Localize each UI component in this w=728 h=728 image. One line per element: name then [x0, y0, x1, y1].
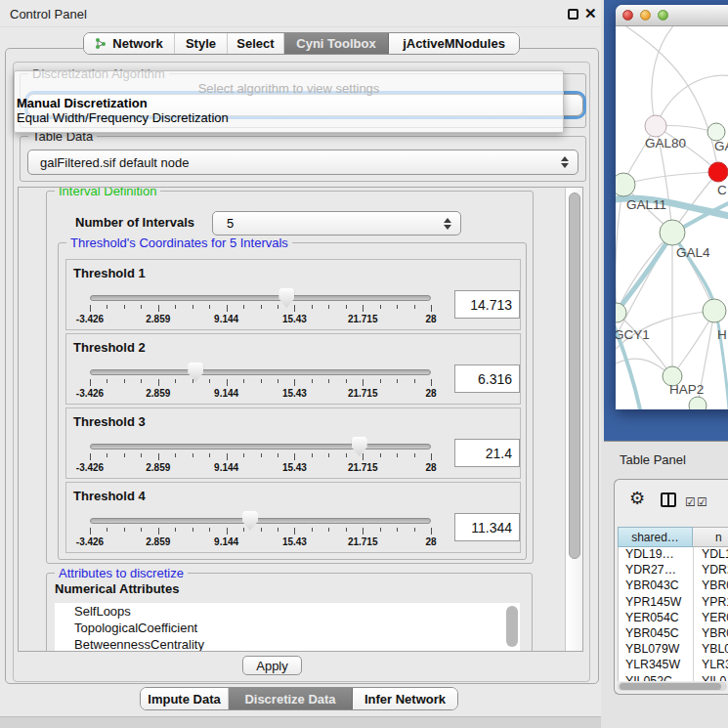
tick-mark [175, 453, 176, 457]
node-gal4[interactable] [660, 220, 685, 245]
tick-mark [227, 453, 228, 460]
gear-icon[interactable]: ⚙ [629, 488, 645, 509]
cell-shared-name[interactable]: YBR043C [619, 578, 694, 594]
node-gal11[interactable] [616, 173, 635, 196]
tab-cyni-toolbox[interactable]: Cyni Toolbox [284, 33, 389, 54]
column-header-name[interactable]: n [693, 527, 728, 547]
table-row[interactable]: YBR043CYBR0 [619, 578, 728, 594]
cell-name[interactable]: YDL1 [694, 547, 728, 563]
tick-mark [278, 453, 278, 457]
table-row[interactable]: YLR345WYLR3 [619, 658, 728, 673]
cell-shared-name[interactable]: YDR27… [619, 563, 694, 578]
table-row[interactable]: YBR045CYBR0 [619, 626, 728, 642]
vertical-scrollbar-thumb[interactable] [569, 193, 580, 559]
table-row[interactable]: YBL079WYBL0 [619, 642, 728, 658]
cell-name[interactable]: YBL0 [694, 642, 728, 658]
node-gal80[interactable] [645, 115, 666, 137]
list-item-topologicalcoefficient[interactable]: TopologicalCoefficient [55, 620, 520, 636]
numerical-attributes-label: Numerical Attributes [55, 581, 179, 596]
split-view-icon[interactable] [661, 492, 676, 507]
cell-shared-name[interactable]: YDL19… [619, 547, 694, 563]
cell-name[interactable]: YLR3 [694, 658, 728, 673]
tick-label: -3.426 [76, 388, 104, 399]
cell-shared-name[interactable]: YIL052C [619, 674, 694, 682]
tick-mark [107, 379, 107, 383]
cell-shared-name[interactable]: YBL079W [619, 642, 694, 658]
network-view-window[interactable]: GAL80 GA C GAL11 GAL4 GCY1 H HAP2 [616, 5, 728, 409]
threshold-1-value-field[interactable]: 14.713 [454, 290, 520, 319]
node-h[interactable] [703, 299, 726, 322]
slider-track[interactable] [90, 444, 431, 450]
tick-mark [261, 379, 262, 383]
node-highlighted-red[interactable] [708, 162, 728, 182]
network-canvas[interactable]: GAL80 GA C GAL11 GAL4 GCY1 H HAP2 [616, 26, 728, 409]
zoom-traffic-light-icon[interactable] [658, 10, 668, 21]
cell-shared-name[interactable]: YPR145W [619, 595, 694, 611]
cell-name[interactable]: YER0 [694, 611, 728, 626]
float-window-icon[interactable] [568, 9, 578, 20]
list-item-betweennesscentrality[interactable]: BetweennessCentrality [55, 636, 520, 652]
cell-name[interactable]: YDR2 [694, 563, 728, 578]
cell-name[interactable]: YPR1 [694, 595, 728, 611]
threshold-4-slider[interactable]: -3.4262.8599.14415.4321.71528 [90, 518, 431, 551]
table-row[interactable]: YIL052CYIL0 [619, 674, 728, 682]
tab-discretize-data[interactable]: Discretize Data [229, 688, 353, 709]
tab-impute-data[interactable]: Impute Data [141, 688, 229, 709]
tick-mark [380, 379, 381, 383]
cell-name[interactable]: YBR0 [694, 626, 728, 642]
checkbox-icon[interactable]: ☑ [697, 495, 707, 509]
apply-button[interactable]: Apply [242, 656, 302, 675]
cell-shared-name[interactable]: YER054C [619, 611, 694, 626]
tab-network[interactable]: Network [84, 33, 175, 54]
tab-select[interactable]: Select [228, 33, 284, 54]
dropdown-item-equal-width[interactable]: Equal Width/Frequency Discretization [15, 110, 563, 125]
cell-shared-name[interactable]: YBR045C [619, 626, 694, 642]
tick-label: 28 [425, 314, 436, 324]
table-data-combobox[interactable]: galFiltered.sif default node [27, 150, 578, 175]
tick-mark [431, 453, 432, 460]
table-row[interactable]: YDR27…YDR2 [619, 563, 728, 578]
close-icon[interactable]: ✕ [584, 5, 597, 22]
threshold-4-value-field[interactable]: 11.344 [454, 513, 520, 541]
threshold-3-value-field[interactable]: 21.4 [454, 439, 520, 467]
tab-style[interactable]: Style [175, 33, 228, 54]
tab-jactivemnodules[interactable]: jActiveMNodules [389, 33, 519, 54]
slider-handle[interactable] [352, 437, 367, 456]
slider-track[interactable] [90, 295, 431, 301]
table-row[interactable]: YER054CYER0 [619, 611, 728, 626]
tab-infer-network[interactable]: Infer Network [353, 688, 457, 709]
number-of-intervals-combobox[interactable]: 5 [212, 211, 461, 236]
close-traffic-light-icon[interactable] [622, 10, 633, 21]
tick-mark [158, 528, 159, 535]
checkbox-icon[interactable]: ☑ [685, 495, 696, 509]
slider-handle[interactable] [242, 511, 258, 531]
tick-mark [363, 453, 364, 460]
list-item-selfloops[interactable]: SelfLoops [55, 603, 520, 620]
table-row[interactable]: YDL19…YDL1 [619, 547, 728, 563]
tick-mark [397, 453, 398, 457]
table-row[interactable]: YPR145WYPR1 [619, 595, 728, 611]
horizontal-scrollbar-thumb[interactable] [620, 683, 721, 690]
network-window-titlebar[interactable] [616, 5, 728, 26]
node-partial-bottom[interactable] [689, 397, 707, 409]
threshold-1-slider[interactable]: -3.4262.8599.14415.4321.71528 [90, 295, 431, 328]
slider-handle[interactable] [188, 363, 203, 382]
cell-shared-name[interactable]: YLR345W [619, 658, 694, 673]
threshold-2-slider[interactable]: -3.4262.8599.14415.4321.71528 [90, 369, 431, 403]
cell-name[interactable]: YBR0 [694, 578, 728, 594]
threshold-3-slider[interactable]: -3.4262.8599.14415.4321.71528 [90, 444, 431, 477]
slider-track[interactable] [90, 518, 431, 524]
tick-mark [380, 528, 381, 532]
dropdown-item-manual-discretization[interactable]: Manual Discretization [15, 96, 563, 110]
tick-mark [141, 528, 142, 532]
horizontal-scrollbar-track[interactable] [618, 682, 727, 691]
minimize-traffic-light-icon[interactable] [640, 10, 651, 21]
column-header-shared-name[interactable]: shared… [618, 527, 693, 547]
slider-handle[interactable] [278, 288, 294, 308]
vertical-scrollbar-track[interactable] [565, 188, 583, 651]
cell-name[interactable]: YIL0 [694, 674, 726, 682]
slider-track[interactable] [90, 369, 431, 375]
threshold-2-value-field[interactable]: 6.316 [454, 364, 520, 393]
tick-mark [346, 379, 347, 383]
list-scrollbar-thumb[interactable] [506, 606, 518, 647]
